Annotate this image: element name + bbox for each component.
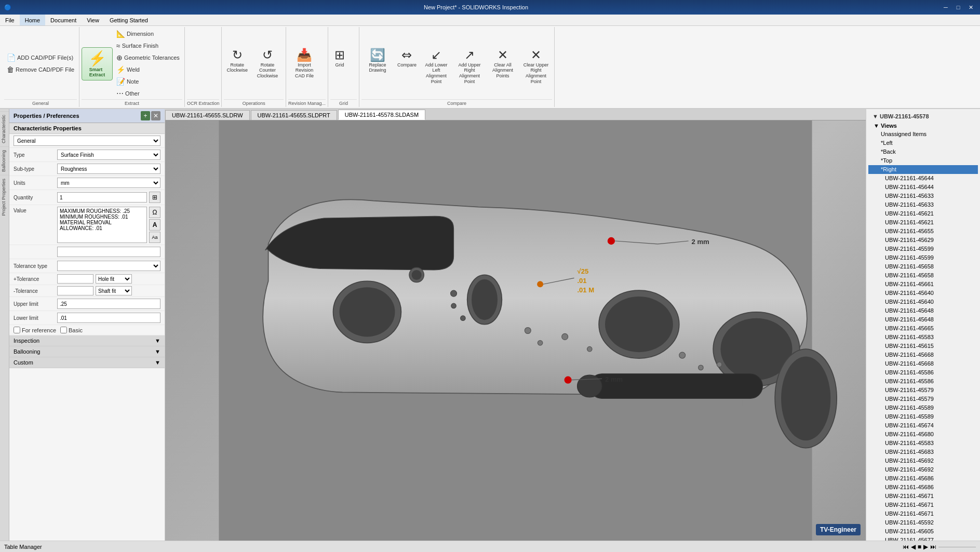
subtype-select[interactable]: Roughness bbox=[57, 164, 160, 174]
rotate-ccw-button[interactable]: ↺ Rotate Counter Clockwise bbox=[251, 47, 284, 80]
units-select[interactable]: mm bbox=[57, 178, 160, 188]
project-properties-tab[interactable]: Project Properties bbox=[0, 175, 9, 219]
basic-label[interactable]: Basic bbox=[60, 327, 83, 333]
tree-view-back[interactable]: *Back bbox=[868, 147, 978, 156]
tree-item[interactable]: UBW-21161-45648 bbox=[868, 306, 978, 315]
tree-item[interactable]: UBW-21161-45583 bbox=[868, 333, 978, 342]
surface-finish-button[interactable]: ≈ Surface Finish bbox=[114, 40, 182, 51]
doc-tab-2[interactable]: UBW-21161-45655.SLDPRT bbox=[251, 110, 337, 120]
type-select[interactable]: Surface Finish bbox=[57, 150, 160, 160]
for-reference-label[interactable]: For reference bbox=[14, 327, 56, 333]
play-forward[interactable]: ▶ bbox=[923, 543, 928, 550]
grid-button[interactable]: ⊞ Grid bbox=[330, 47, 349, 80]
tree-view-top[interactable]: *Top bbox=[868, 156, 978, 165]
value-textarea[interactable]: MAXIMUM ROUGHNESS: .25 MINIMUM ROUGHNESS… bbox=[57, 207, 147, 243]
ballooning-tab[interactable]: Ballooning bbox=[0, 146, 9, 175]
tree-item[interactable]: UBW-21161-45671 bbox=[868, 509, 978, 518]
replace-drawing-button[interactable]: 🔄 Replace Drawing bbox=[361, 47, 394, 80]
tree-item[interactable]: UBW-21161-45686 bbox=[868, 474, 978, 483]
tree-view-left[interactable]: *Left bbox=[868, 139, 978, 147]
tree-item[interactable]: UBW-21161-45599 bbox=[868, 253, 978, 262]
tolerance-type-select[interactable] bbox=[57, 261, 160, 271]
import-revision-button[interactable]: 📥 Import Revision CAD File bbox=[288, 47, 320, 80]
other-button[interactable]: ⋯ Other bbox=[114, 88, 182, 99]
tree-item[interactable]: UBW-21161-45671 bbox=[868, 492, 978, 501]
value-btn-aa[interactable]: Aa bbox=[149, 232, 160, 243]
play-skip-back[interactable]: ⏮ bbox=[903, 543, 909, 550]
tree-view-right[interactable]: *Right bbox=[868, 165, 978, 174]
tree-unassigned[interactable]: Unassigned Items bbox=[868, 130, 978, 139]
ballooning-section[interactable]: Ballooning ▼ bbox=[9, 346, 165, 357]
tree-item[interactable]: UBW-21161-45629 bbox=[868, 236, 978, 245]
note-button[interactable]: 📝 Note bbox=[114, 76, 182, 87]
upper-limit-input[interactable] bbox=[57, 299, 160, 309]
tree-item[interactable]: UBW-21161-45692 bbox=[868, 456, 978, 465]
tree-item[interactable]: UBW-21161-45644 bbox=[868, 174, 978, 183]
tree-item[interactable]: UBW-21161-45668 bbox=[868, 351, 978, 359]
tree-item[interactable]: UBW-21161-45589 bbox=[868, 403, 978, 412]
minus-tolerance-input[interactable] bbox=[57, 286, 93, 295]
tree-item[interactable]: UBW-21161-45621 bbox=[868, 209, 978, 218]
tree-item[interactable]: UBW-21161-45680 bbox=[868, 430, 978, 439]
close-button[interactable]: ✕ bbox=[965, 3, 976, 11]
tree-item[interactable]: UBW-21161-45579 bbox=[868, 395, 978, 403]
tree-item[interactable]: UBW-21161-45621 bbox=[868, 218, 978, 227]
tree-item[interactable]: UBW-21161-45677 bbox=[868, 536, 978, 541]
custom-section[interactable]: Custom ▼ bbox=[9, 357, 165, 368]
value-btn-a[interactable]: A bbox=[149, 219, 160, 231]
characteristic-tab[interactable]: Characteristic bbox=[0, 111, 9, 146]
minus-fit-select[interactable]: Shaft fit bbox=[96, 286, 132, 295]
tree-item[interactable]: UBW-21161-45655 bbox=[868, 227, 978, 236]
tree-item[interactable]: UBW-21161-45661 bbox=[868, 280, 978, 289]
tree-item[interactable]: UBW-21161-45605 bbox=[868, 527, 978, 536]
menu-home[interactable]: Home bbox=[20, 15, 45, 25]
tree-item[interactable]: UBW-21161-45692 bbox=[868, 465, 978, 474]
tree-item[interactable]: UBW-21161-45665 bbox=[868, 324, 978, 333]
value-btn-omega[interactable]: Ω bbox=[149, 207, 160, 218]
tree-item[interactable]: UBW-21161-45668 bbox=[868, 359, 978, 368]
inspection-section[interactable]: Inspection ▼ bbox=[9, 335, 165, 346]
play-stop[interactable]: ■ bbox=[918, 543, 921, 550]
clear-upper-right-button[interactable]: ✕ Clear Upper Right Alignment Point bbox=[520, 47, 552, 80]
tree-item[interactable]: UBW-21161-45615 bbox=[868, 342, 978, 351]
tree-item[interactable]: UBW-21161-45671 bbox=[868, 501, 978, 509]
tree-item[interactable]: UBW-21161-45648 bbox=[868, 315, 978, 324]
restore-button[interactable]: □ bbox=[953, 3, 963, 11]
rotate-cw-button[interactable]: ↻ RotateClockwise bbox=[224, 47, 250, 80]
tree-item[interactable]: UBW-21161-45586 bbox=[868, 368, 978, 377]
tree-item[interactable]: UBW-21161-45640 bbox=[868, 298, 978, 306]
tree-item[interactable]: UBW-21161-45640 bbox=[868, 289, 978, 298]
tree-item[interactable]: UBW-21161-45633 bbox=[868, 192, 978, 200]
lower-limit-input[interactable] bbox=[57, 313, 160, 323]
basic-checkbox[interactable] bbox=[60, 327, 67, 333]
tree-item[interactable]: UBW-21161-45658 bbox=[868, 271, 978, 280]
play-back[interactable]: ◀ bbox=[911, 543, 916, 550]
add-upper-right-button[interactable]: ↗ Add Upper Right Alignment Point bbox=[453, 47, 486, 80]
menu-view[interactable]: View bbox=[82, 15, 104, 25]
remove-cad-button[interactable]: 🗑 Remove CAD/PDF File bbox=[4, 64, 77, 75]
add-cad-button[interactable]: 📄 ADD CAD/PDF File(s) bbox=[4, 52, 77, 63]
tree-item[interactable]: UBW-21161-45674 bbox=[868, 421, 978, 430]
quantity-btn[interactable]: ⊞ bbox=[149, 192, 160, 203]
doc-tab-3[interactable]: UBW-21161-45578.SLDASM bbox=[338, 110, 425, 120]
doc-tab-1[interactable]: UBW-21161-45655.SLDRW bbox=[165, 110, 250, 120]
panel-close-button[interactable]: ✕ bbox=[151, 111, 160, 120]
tree-item[interactable]: UBW-21161-45658 bbox=[868, 262, 978, 271]
tree-item[interactable]: UBW-21161-45633 bbox=[868, 200, 978, 209]
viewport[interactable]: 2 mm √25 .01 .01 M 2 mm [ ] TV- bbox=[165, 120, 866, 541]
tree-item[interactable]: UBW-21161-45586 bbox=[868, 377, 978, 386]
tree-item[interactable]: UBW-21161-45579 bbox=[868, 386, 978, 395]
smart-extract-button[interactable]: ⚡ SmartExtract bbox=[82, 47, 113, 80]
dimension-button[interactable]: 📐 Dimension bbox=[114, 28, 182, 39]
clear-all-alignment-button[interactable]: ✕ Clear All Alignment Points bbox=[487, 47, 519, 80]
play-skip-forward[interactable]: ⏭ bbox=[930, 543, 936, 550]
tree-item[interactable]: UBW-21161-45644 bbox=[868, 183, 978, 192]
tree-item[interactable]: UBW-21161-45592 bbox=[868, 518, 978, 527]
tree-item[interactable]: UBW-21161-45583 bbox=[868, 439, 978, 448]
weld-button[interactable]: ⚡ Weld bbox=[114, 64, 182, 75]
general-select[interactable]: General bbox=[14, 136, 160, 146]
tree-views-branch[interactable]: ▼ Views bbox=[868, 122, 978, 130]
tree-item[interactable]: UBW-21161-45589 bbox=[868, 412, 978, 421]
geometric-tolerances-button[interactable]: ⊕ Geometric Tolerances bbox=[114, 52, 182, 63]
add-lower-left-button[interactable]: ↙ Add Lower Left Alignment Point bbox=[420, 47, 452, 80]
